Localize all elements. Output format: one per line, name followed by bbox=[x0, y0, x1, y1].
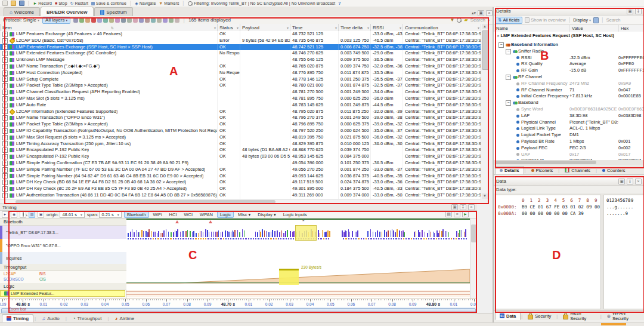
split-view-icon[interactable]: ▥ bbox=[29, 211, 35, 218]
details-row[interactable]: RSSI-32.5 dBm0xFFFFFFE0 bbox=[494, 55, 644, 61]
tab-br-edr-overview[interactable]: BR/EDR Overview bbox=[41, 7, 93, 16]
select-tool-icon[interactable]: ► bbox=[2, 211, 8, 218]
details-row[interactable]: RF Channel Number710x047 bbox=[494, 87, 644, 94]
details-row[interactable]: −Sniffer Radio bbox=[494, 48, 644, 55]
table-row[interactable]: +LMP Packet Type Table (2/3Mbps > Accept… bbox=[0, 121, 481, 128]
details-row[interactable]: Sync Word0xB0E0F66318A925CE0xB0E0F6631..… bbox=[494, 106, 644, 113]
timing-filter-display[interactable]: Display ▾ bbox=[255, 211, 278, 218]
lock-view-icon[interactable]: ▣ bbox=[38, 211, 44, 218]
close-icon[interactable]: × bbox=[468, 204, 475, 210]
expand-icon[interactable]: + bbox=[2, 90, 8, 95]
table-row[interactable]: +LMP Features Exchange (45 Features > 46… bbox=[0, 31, 481, 38]
hex-ascii-view[interactable]: 0123456789...g.............9 bbox=[603, 195, 644, 309]
tab-mesh-security[interactable]: Mesh Security bbox=[558, 312, 599, 320]
table-row[interactable]: +LMP Host Connection (Accepted)No Reque.… bbox=[0, 70, 481, 76]
table-row[interactable]: +LMP Encapsulated P-192 Public KeyOK48 b… bbox=[0, 147, 481, 153]
details-column-value[interactable]: Value bbox=[569, 25, 618, 32]
column-header-status[interactable]: Status▾ bbox=[217, 24, 240, 31]
scroll-up-arrow[interactable]: ▲ bbox=[482, 24, 488, 29]
search-icon[interactable] bbox=[457, 18, 462, 23]
float-window-icon[interactable]: ▣ bbox=[627, 8, 633, 14]
protocol-toolbar-icon-12[interactable] bbox=[145, 18, 150, 23]
protocol-toolbar-icon-13[interactable] bbox=[151, 18, 156, 23]
table-row[interactable]: +LMP Name Transaction ("OPPO Enco W31")O… bbox=[0, 115, 481, 121]
details-header-row[interactable]: «LMP Extended Features Request (SSP Host… bbox=[494, 33, 644, 39]
details-horizontal-scrollbar[interactable] bbox=[494, 160, 644, 165]
details-row[interactable]: RX QualityAverage0xFFE0 bbox=[494, 61, 644, 67]
expand-icon[interactable]: + bbox=[2, 161, 8, 166]
protocol-toolbar-icon-15[interactable] bbox=[163, 18, 168, 23]
tab-throughput[interactable]: ◔Throughput bbox=[68, 314, 107, 322]
table-row[interactable]: +LMP IO Capability Transaction (NoInputN… bbox=[0, 128, 481, 134]
filter-icon[interactable]: ▾ bbox=[478, 26, 479, 30]
save-continue-button[interactable]: Save & continue bbox=[91, 1, 126, 5]
options-icon[interactable]: ≡ bbox=[454, 211, 460, 217]
pin-icon[interactable]: ↧ bbox=[635, 8, 642, 14]
timing-filter-wpan[interactable]: WPAN bbox=[197, 211, 216, 218]
expand-icon[interactable]: − bbox=[506, 75, 511, 80]
timing-section-bluetooth[interactable]: Bluetooth bbox=[0, 219, 126, 226]
expand-icon[interactable]: + bbox=[2, 141, 8, 146]
scroll-down-arrow[interactable]: ▼ bbox=[482, 193, 488, 199]
protocol-toolbar-icon-3[interactable] bbox=[91, 18, 96, 23]
protocol-toolbar-icon-7[interactable] bbox=[115, 18, 120, 23]
details-row[interactable]: RF Gain-15.0 dB0xFFFFFFF1 bbox=[494, 67, 644, 74]
table-row[interactable]: +LMP Name Transaction (".c◆H.◆:=FG.◆")OK… bbox=[0, 63, 481, 70]
scrollbar-thumb[interactable] bbox=[482, 30, 489, 70]
details-row[interactable]: −Baseband Information bbox=[494, 42, 644, 48]
expand-icon[interactable]: + bbox=[2, 96, 8, 102]
expand-icon[interactable]: + bbox=[2, 103, 8, 108]
expand-icon[interactable]: + bbox=[2, 186, 8, 192]
details-row[interactable]: −Baseband bbox=[494, 100, 644, 106]
table-row[interactable]: +L2CAP SDU (Basic, Dst=0x7D58)Error9 byt… bbox=[0, 38, 481, 44]
help-icon[interactable]: ? bbox=[338, 1, 340, 5]
tab-piconets[interactable]: Piconets bbox=[527, 166, 558, 174]
filter-icon[interactable]: ▾ bbox=[367, 26, 369, 30]
timing-vertical-scrollbar[interactable] bbox=[470, 219, 477, 299]
expand-icon[interactable]: + bbox=[2, 128, 8, 134]
selection-highlight-box[interactable] bbox=[295, 225, 317, 241]
tab-audio[interactable]: ♫Audio bbox=[37, 314, 64, 322]
new-file-icon[interactable] bbox=[2, 1, 8, 6]
timing-row-lmp-extended[interactable]: LMP Extended Featur... bbox=[0, 290, 125, 297]
table-row[interactable]: +LMP Setup CompleteOK48.778 146 1250.001… bbox=[0, 76, 481, 83]
timing-filter-hci[interactable]: HCI bbox=[166, 211, 180, 218]
filter-icon[interactable]: ▾ bbox=[237, 26, 239, 30]
zoom-tool-icon[interactable] bbox=[20, 211, 26, 218]
details-column-name[interactable]: Name bbox=[494, 25, 569, 32]
expand-icon[interactable]: + bbox=[2, 193, 8, 198]
table-row[interactable]: +LMP Simple Pairing Confirmation (C7 E3 … bbox=[0, 160, 481, 167]
table-row[interactable]: +LMP Max Slot (5 slots = 3.125 ms)48.781… bbox=[0, 96, 481, 102]
expand-icon[interactable]: + bbox=[2, 135, 8, 140]
expand-icon[interactable]: + bbox=[2, 180, 8, 185]
protocol-toolbar-icon-14[interactable] bbox=[157, 18, 162, 23]
table-row[interactable]: +LMP Encapsulated P-192 Public KeyOK48 b… bbox=[0, 153, 481, 160]
play-icon[interactable]: ► bbox=[462, 211, 469, 217]
protocol-toolbar-icon-11[interactable] bbox=[139, 18, 144, 23]
export-image-icon[interactable]: ▤ bbox=[445, 211, 452, 217]
collapse-icon[interactable]: « bbox=[496, 35, 501, 37]
protocol-toolbar-icon-10[interactable] bbox=[133, 18, 138, 23]
float-window-icon[interactable]: ▣ bbox=[451, 204, 458, 210]
expand-icon[interactable]: + bbox=[2, 38, 8, 44]
tab-counters[interactable]: Counters bbox=[597, 166, 630, 174]
tab-timing[interactable]: Timing bbox=[2, 314, 33, 322]
expand-icon[interactable]: + bbox=[2, 115, 8, 121]
navigate-button[interactable]: ◈Navigate bbox=[135, 1, 156, 6]
expand-icon[interactable]: + bbox=[2, 70, 8, 76]
details-row[interactable]: RF Channel Frequency2473 Mhz0x9A9 bbox=[494, 81, 644, 87]
column-header-time[interactable]: Time▾ bbox=[290, 24, 338, 31]
protocol-toolbar-icon-0[interactable] bbox=[73, 18, 78, 23]
timing-filter-bluetooth[interactable]: Bluetooth bbox=[124, 211, 149, 218]
tab-welcome[interactable]: ⌂Welcome bbox=[4, 7, 40, 16]
table-row[interactable]: +LMP Extended Features Exchange (SC Cont… bbox=[0, 50, 481, 57]
column-header-communication[interactable]: Communication▾ bbox=[402, 24, 481, 31]
markers-button[interactable]: ▼Markers bbox=[159, 1, 179, 5]
details-row[interactable]: −RF Channel bbox=[494, 74, 644, 81]
expand-icon[interactable]: + bbox=[2, 83, 8, 88]
expand-icon[interactable]: + bbox=[2, 109, 8, 114]
protocol-toolbar-icon-1[interactable] bbox=[79, 18, 84, 23]
timing-filter-wifi[interactable]: WiFi bbox=[150, 211, 165, 218]
save-file-icon[interactable] bbox=[19, 1, 24, 6]
tab-channels[interactable]: Channels bbox=[560, 166, 595, 174]
